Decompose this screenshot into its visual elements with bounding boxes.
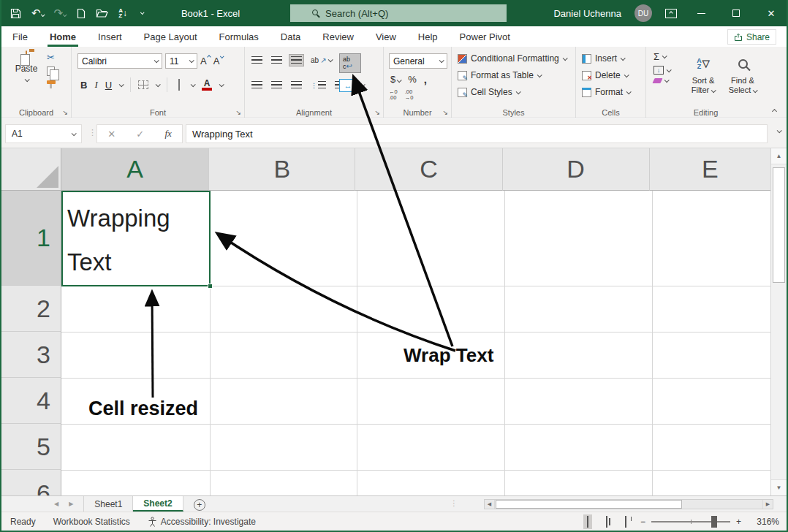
- borders-chevron-icon[interactable]: [156, 82, 161, 87]
- bottom-align-button[interactable]: [289, 54, 304, 66]
- search-bar[interactable]: [290, 4, 507, 22]
- paste-button[interactable]: Paste: [10, 51, 42, 84]
- sheet-tab-sheet1[interactable]: Sheet1: [83, 496, 133, 512]
- zoom-slider[interactable]: [651, 521, 730, 522]
- tab-data[interactable]: Data: [270, 26, 311, 47]
- redo-button[interactable]: ↷: [54, 7, 67, 20]
- sheet-nav-right-icon[interactable]: ▶: [69, 501, 73, 507]
- horizontal-scrollbar[interactable]: ◀ ▶: [484, 499, 773, 509]
- wrap-text-button[interactable]: abc↩: [339, 53, 361, 73]
- vertical-scrollbar-thumb[interactable]: [773, 167, 785, 283]
- grow-font-button[interactable]: A: [200, 56, 211, 66]
- bold-button[interactable]: B: [80, 80, 87, 91]
- delete-cells-button[interactable]: Delete: [582, 70, 628, 80]
- enter-icon[interactable]: ✓: [136, 129, 144, 140]
- tab-page-layout[interactable]: Page Layout: [133, 26, 208, 47]
- collapse-ribbon-chevron-icon[interactable]: [772, 109, 777, 114]
- row-header-2[interactable]: 2: [1, 286, 61, 332]
- clipboard-dialog-launcher-icon[interactable]: ↘: [62, 109, 68, 116]
- column-header-d[interactable]: D: [503, 148, 650, 191]
- active-cell-a1[interactable]: Wrapping Text: [61, 191, 211, 286]
- row-header-6[interactable]: 6: [1, 470, 61, 497]
- formula-input[interactable]: Wrapping Text: [186, 124, 768, 143]
- row-header-1[interactable]: 1: [1, 191, 61, 286]
- paste-chevron-icon[interactable]: [24, 77, 29, 82]
- number-format-select[interactable]: General: [389, 53, 447, 69]
- orientation-button[interactable]: ab↗: [308, 54, 334, 66]
- formula-bar-splitter[interactable]: ⋮: [88, 128, 96, 137]
- decrease-decimal-button[interactable]: .00→0: [405, 89, 414, 101]
- user-name[interactable]: Daniel Uchenna: [553, 8, 621, 19]
- number-dialog-launcher-icon[interactable]: ↘: [442, 109, 448, 116]
- row-header-3[interactable]: 3: [1, 332, 61, 378]
- underline-chevron-icon[interactable]: [119, 82, 124, 87]
- font-size-select[interactable]: 11: [165, 53, 197, 69]
- align-left-button[interactable]: [249, 79, 265, 91]
- cell-styles-button[interactable]: ✎Cell Styles: [458, 87, 520, 97]
- comma-style-button[interactable]: ,: [424, 73, 427, 86]
- shrink-font-button[interactable]: A: [213, 56, 224, 66]
- middle-align-button[interactable]: [269, 54, 284, 66]
- column-header-a[interactable]: A: [61, 148, 209, 191]
- tab-help[interactable]: Help: [407, 26, 449, 47]
- expand-formula-bar-chevron-icon[interactable]: [777, 128, 782, 133]
- page-break-view-button[interactable]: [621, 514, 630, 529]
- insert-cells-button[interactable]: Insert: [582, 53, 624, 64]
- alignment-dialog-launcher-icon[interactable]: ↘: [374, 109, 380, 116]
- center-button[interactable]: [269, 79, 284, 91]
- currency-button[interactable]: $: [390, 74, 401, 85]
- percent-button[interactable]: %: [408, 74, 417, 85]
- fill-handle[interactable]: [208, 284, 213, 289]
- avatar[interactable]: DU: [634, 4, 652, 22]
- horizontal-scrollbar-thumb[interactable]: [496, 500, 682, 509]
- scroll-right-icon[interactable]: ▶: [762, 500, 773, 509]
- font-color-icon[interactable]: A: [202, 80, 212, 91]
- tab-file[interactable]: File: [1, 26, 39, 47]
- fill-color-icon[interactable]: [175, 80, 183, 90]
- scroll-left-icon[interactable]: ◀: [485, 500, 495, 509]
- underline-button[interactable]: U: [105, 80, 112, 91]
- tab-home[interactable]: Home: [39, 26, 87, 47]
- format-as-table-button[interactable]: ✎Format as Table: [458, 70, 541, 80]
- top-align-button[interactable]: [249, 54, 265, 66]
- find-select-button[interactable]: Find &Select: [724, 51, 762, 95]
- search-input[interactable]: [325, 8, 493, 19]
- name-box[interactable]: A1: [5, 124, 82, 143]
- decrease-indent-button[interactable]: ⋮: [308, 79, 328, 91]
- row-header-4[interactable]: 4: [1, 378, 61, 424]
- tab-formulas[interactable]: Formulas: [208, 26, 270, 47]
- merge-center-chevron-icon[interactable]: [360, 82, 365, 87]
- cancel-icon[interactable]: ✕: [107, 129, 115, 140]
- tab-view[interactable]: View: [365, 26, 407, 47]
- column-header-c[interactable]: C: [355, 148, 502, 191]
- fill-color-chevron-icon[interactable]: [191, 82, 196, 87]
- minimize-button[interactable]: [690, 0, 712, 26]
- tab-power-pivot[interactable]: Power Pivot: [449, 26, 521, 47]
- font-dialog-launcher-icon[interactable]: ↘: [235, 109, 241, 116]
- cut-icon[interactable]: ✂: [47, 53, 55, 62]
- scroll-up-icon[interactable]: ▲: [771, 148, 787, 164]
- ribbon-display-options-icon[interactable]: [665, 9, 677, 18]
- sort-ascending-icon[interactable]: AZ↓: [118, 8, 127, 18]
- italic-button[interactable]: I: [94, 79, 97, 91]
- zoom-level[interactable]: 316%: [751, 517, 779, 527]
- increase-decimal-button[interactable]: ←0.00: [389, 89, 398, 101]
- copy-icon[interactable]: [47, 66, 55, 76]
- font-color-chevron-icon[interactable]: [219, 82, 224, 87]
- zoom-slider-thumb[interactable]: [711, 516, 717, 528]
- tab-insert[interactable]: Insert: [87, 26, 133, 47]
- workbook-statistics-button[interactable]: Workbook Statistics: [45, 517, 139, 527]
- zoom-in-button[interactable]: +: [736, 517, 741, 527]
- font-name-select[interactable]: Calibri: [77, 53, 162, 69]
- new-sheet-button[interactable]: +: [194, 499, 205, 511]
- clear-button[interactable]: [653, 78, 670, 83]
- borders-icon[interactable]: [138, 80, 148, 89]
- new-file-icon[interactable]: [76, 8, 86, 19]
- accessibility-button[interactable]: Accessibility: Investigate: [139, 517, 265, 527]
- customize-qat-chevron-icon[interactable]: [140, 10, 145, 15]
- autosum-button[interactable]: Σ: [653, 51, 670, 62]
- merge-center-button[interactable]: ↔: [339, 79, 357, 92]
- sheet-tab-sheet2[interactable]: Sheet2: [133, 496, 183, 512]
- format-painter-icon[interactable]: [47, 80, 56, 84]
- row-header-5[interactable]: 5: [1, 424, 61, 470]
